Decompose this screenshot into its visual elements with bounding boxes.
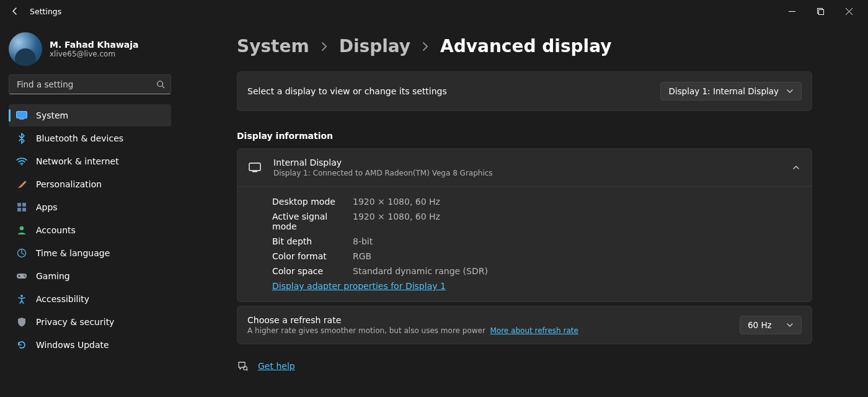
svg-point-5 — [21, 164, 22, 166]
accessibility-icon — [16, 294, 27, 304]
window-close-button[interactable] — [835, 1, 863, 21]
profile-email: xlive65@live.com — [50, 50, 139, 58]
prop-value: 8-bit — [353, 236, 373, 246]
arrow-left-icon — [10, 6, 20, 16]
sidebar: M. Fahad Khawaja xlive65@live.com System… — [0, 22, 180, 397]
chevron-right-icon — [422, 41, 429, 52]
prop-row: Color formatRGB — [272, 249, 800, 264]
svg-point-2 — [157, 81, 163, 87]
chevron-up-icon — [792, 163, 800, 172]
chevron-down-icon — [786, 87, 794, 95]
prop-row: Color spaceStandard dynamic range (SDR) — [272, 264, 800, 279]
refresh-rate-subtitle-text: A higher rate gives smoother motion, but… — [247, 326, 485, 335]
display-info-props: Desktop mode1920 × 1080, 60 Hz Active si… — [237, 187, 812, 301]
update-icon — [16, 340, 27, 350]
sidebar-item-windows-update[interactable]: Windows Update — [9, 334, 171, 356]
more-about-refresh-rate-link[interactable]: More about refresh rate — [490, 326, 578, 335]
get-help-row: Get help — [237, 360, 812, 372]
sidebar-item-personalization[interactable]: Personalization — [9, 173, 171, 195]
svg-rect-3 — [17, 112, 27, 118]
svg-rect-9 — [22, 208, 26, 212]
sidebar-item-label: Network & internet — [36, 156, 119, 166]
svg-rect-8 — [17, 208, 21, 212]
refresh-rate-subtitle: A higher rate gives smoother motion, but… — [247, 326, 578, 335]
refresh-rate-value: 60 Hz — [748, 320, 772, 330]
back-button[interactable] — [5, 1, 25, 21]
search-wrap — [9, 74, 171, 94]
sidebar-item-accounts[interactable]: Accounts — [9, 219, 171, 241]
svg-rect-4 — [19, 119, 24, 120]
display-info-header[interactable]: Internal Display Display 1: Connected to… — [237, 149, 812, 186]
help-icon — [237, 360, 248, 372]
nav: System Bluetooth & devices Network & int… — [9, 104, 171, 356]
refresh-rate-card: Choose a refresh rate A higher rate give… — [237, 306, 812, 344]
get-help-link[interactable]: Get help — [258, 361, 295, 371]
sidebar-item-label: Time & language — [36, 248, 110, 258]
svg-rect-6 — [17, 203, 21, 207]
sidebar-item-network[interactable]: Network & internet — [9, 150, 171, 172]
display-icon — [16, 111, 27, 120]
display-selector-dropdown[interactable]: Display 1: Internal Display — [660, 82, 802, 100]
prop-row: Active signal mode1920 × 1080, 60 Hz — [272, 209, 800, 234]
svg-point-15 — [20, 295, 23, 297]
sidebar-item-apps[interactable]: Apps — [9, 196, 171, 218]
prop-key: Bit depth — [272, 236, 353, 246]
sidebar-item-label: Accounts — [36, 225, 76, 235]
svg-rect-16 — [249, 163, 260, 171]
sidebar-item-label: System — [36, 110, 68, 120]
sidebar-item-label: Bluetooth & devices — [36, 133, 123, 143]
window-maximize-button[interactable] — [806, 1, 835, 21]
monitor-icon — [249, 163, 261, 172]
refresh-rate-title: Choose a refresh rate — [247, 315, 578, 325]
search-input[interactable] — [9, 74, 171, 94]
display-adapter-link[interactable]: Display adapter properties for Display 1 — [272, 279, 446, 291]
main: System Display Advanced display Select a… — [180, 22, 868, 397]
section-display-information: Display information — [237, 131, 812, 141]
svg-rect-1 — [818, 9, 823, 14]
prop-value: Standard dynamic range (SDR) — [353, 266, 488, 276]
breadcrumb: System Display Advanced display — [237, 36, 812, 56]
prop-value: RGB — [353, 251, 371, 261]
sidebar-item-time-language[interactable]: Time & language — [9, 242, 171, 264]
bluetooth-icon — [16, 133, 27, 144]
chevron-right-icon — [321, 41, 328, 52]
maximize-icon — [817, 8, 824, 15]
profile-block[interactable]: M. Fahad Khawaja xlive65@live.com — [9, 29, 171, 74]
sidebar-item-label: Privacy & security — [36, 317, 114, 327]
refresh-rate-dropdown[interactable]: 60 Hz — [740, 316, 802, 334]
svg-point-10 — [20, 226, 24, 230]
minimize-icon — [789, 8, 795, 15]
profile-name: M. Fahad Khawaja — [50, 40, 139, 50]
breadcrumb-display[interactable]: Display — [339, 36, 410, 56]
sidebar-item-label: Gaming — [36, 271, 70, 281]
breadcrumb-system[interactable]: System — [237, 36, 309, 56]
display-info-subtitle: Display 1: Connected to AMD Radeon(TM) V… — [273, 169, 493, 177]
sidebar-item-gaming[interactable]: Gaming — [9, 265, 171, 287]
prop-key: Color format — [272, 251, 353, 261]
svg-rect-17 — [252, 171, 257, 172]
sidebar-item-label: Personalization — [36, 179, 102, 189]
sidebar-item-accessibility[interactable]: Accessibility — [9, 288, 171, 310]
sidebar-item-system[interactable]: System — [9, 104, 171, 127]
sidebar-item-privacy[interactable]: Privacy & security — [9, 311, 171, 333]
prop-key: Active signal mode — [272, 212, 353, 231]
search-icon — [156, 80, 165, 89]
titlebar: Settings — [0, 0, 868, 22]
svg-point-14 — [25, 276, 26, 277]
display-selector-card: Select a display to view or change its s… — [237, 71, 812, 111]
shield-icon — [16, 317, 27, 327]
window-minimize-button[interactable] — [777, 1, 806, 21]
display-selector-value: Display 1: Internal Display — [668, 86, 779, 96]
apps-icon — [16, 202, 27, 212]
display-information-card: Internal Display Display 1: Connected to… — [237, 148, 812, 302]
gamepad-icon — [16, 272, 27, 280]
paintbrush-icon — [16, 179, 27, 189]
display-selector-label: Select a display to view or change its s… — [247, 86, 447, 96]
breadcrumb-current: Advanced display — [440, 36, 611, 56]
chevron-down-icon — [786, 321, 794, 329]
wifi-icon — [16, 157, 27, 166]
prop-value: 1920 × 1080, 60 Hz — [353, 212, 440, 231]
display-info-title: Internal Display — [273, 158, 493, 167]
sidebar-item-bluetooth[interactable]: Bluetooth & devices — [9, 127, 171, 149]
prop-row: Desktop mode1920 × 1080, 60 Hz — [272, 194, 800, 209]
